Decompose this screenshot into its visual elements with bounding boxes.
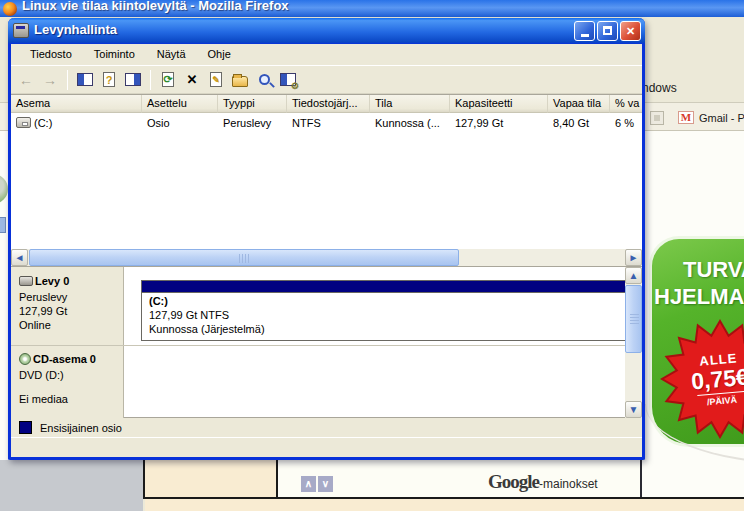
page-logo-fragment — [0, 174, 8, 204]
row-tiedostojarjestelma: NTFS — [292, 117, 321, 132]
row-vapaa-tila: 8,40 Gt — [553, 117, 589, 132]
forward-icon[interactable]: → — [41, 71, 59, 89]
vertical-scroll-thumb[interactable] — [625, 285, 642, 353]
screen: Linux vie tilaa kiintolevyltä - Mozilla … — [0, 0, 744, 511]
partition-status: Kunnossa (Järjestelmä) — [149, 322, 629, 336]
partition-c[interactable]: (C:) 127,99 Gt NTFS Kunnossa (Järjestelm… — [141, 280, 630, 341]
open-folder-icon[interactable] — [231, 71, 249, 89]
page-table-next-row — [145, 499, 744, 511]
disk-icon — [19, 276, 33, 286]
partition-name: (C:) — [149, 294, 629, 308]
toolbar-separator — [150, 70, 151, 90]
legend-label: Ensisijainen osio — [40, 422, 122, 434]
google-ads-attribution[interactable]: Google-mainokset — [488, 471, 598, 493]
menu-ohje[interactable]: Ohje — [197, 46, 242, 63]
google-wordmark: Google — [488, 471, 539, 492]
gmail-favicon: M — [678, 111, 694, 124]
disk0-type: Peruslevy — [19, 291, 67, 303]
column-header-tila[interactable]: Tila — [370, 95, 450, 113]
column-header-vapaa-tila[interactable]: Vapaa tila — [548, 95, 610, 113]
tab-gmail[interactable]: Gmail - Po — [699, 112, 744, 124]
legend-bar: Ensisijainen osio — [11, 417, 642, 437]
row-asettelu: Osio — [147, 117, 170, 132]
column-header-tiedostojarjestelma[interactable]: Tiedostojärj... — [287, 95, 370, 113]
primary-partition-color-swatch — [19, 421, 32, 434]
manage-icon[interactable]: ⚙ — [279, 71, 297, 89]
maximize-icon — [603, 26, 612, 35]
row-tyyppi: Peruslevy — [223, 117, 271, 132]
drive-icon — [16, 117, 31, 128]
scroll-down-icon[interactable]: ▼ — [625, 401, 642, 418]
ad-text-line1: TURVA — [683, 257, 744, 283]
ad-next-button[interactable]: ∨ — [318, 476, 333, 492]
menu-bar: Tiedosto Toiminto Näytä Ohje — [11, 44, 642, 65]
cd-icon — [19, 353, 31, 365]
disk0-status: Online — [19, 319, 51, 331]
minimize-icon — [581, 34, 589, 37]
disk-management-icon — [13, 23, 29, 38]
row-tila: Kunnossa (... — [375, 117, 440, 132]
show-console-tree-icon[interactable] — [76, 71, 94, 89]
page-bottom-gray-area — [0, 460, 143, 511]
ad-text-line2: HJELMA — [654, 284, 744, 310]
disk0-header: Levy 0 — [19, 275, 69, 287]
window-titlebar[interactable]: Levynhallinta ✕ — [8, 18, 645, 44]
close-button[interactable]: ✕ — [620, 21, 641, 41]
page-table-border — [640, 458, 642, 498]
menu-nayta[interactable]: Näytä — [146, 46, 197, 63]
properties-help-icon[interactable]: ? — [100, 71, 118, 89]
column-header-asettelu[interactable]: Asettelu — [142, 95, 218, 113]
refresh-icon[interactable]: ⟳ — [159, 71, 177, 89]
row-separator — [11, 345, 625, 346]
tab-placeholder-icon[interactable] — [650, 111, 664, 125]
window-title: Levynhallinta — [34, 22, 117, 37]
disk0-size: 127,99 Gt — [19, 305, 67, 317]
cd0-status: Ei mediaa — [19, 393, 68, 405]
delete-icon[interactable]: ✕ — [183, 71, 201, 89]
cd0-type: DVD (D:) — [19, 369, 64, 381]
show-action-pane-icon[interactable] — [124, 71, 142, 89]
scroll-up-icon[interactable]: ▲ — [625, 267, 642, 284]
toolbar-separator — [67, 70, 68, 90]
partition-size: 127,99 Gt NTFS — [149, 308, 629, 322]
back-icon[interactable]: ← — [17, 71, 35, 89]
menu-toiminto[interactable]: Toiminto — [83, 46, 146, 63]
firefox-window-title: Linux vie tilaa kiintolevyltä - Mozilla … — [22, 0, 289, 17]
volume-list: Asema Asettelu Tyyppi Tiedostojärj... Ti… — [11, 94, 642, 249]
google-ads-suffix: -mainokset — [539, 477, 598, 491]
vertical-scrollbar[interactable]: ▲ ▼ — [625, 267, 642, 418]
horizontal-scrollbar[interactable]: ◄ ► — [11, 249, 642, 266]
toolbar: ← → ? ⟳ ✕ ✎ ⚙ — [11, 65, 642, 94]
graphical-view: Levy 0 Peruslevy 127,99 Gt Online (C:) 1… — [11, 266, 642, 417]
row-pct-vapaana: 6 % — [615, 117, 634, 132]
disk-management-window: Levynhallinta ✕ Tiedosto Toiminto Näytä … — [8, 18, 645, 460]
column-header-tyyppi[interactable]: Tyyppi — [218, 95, 287, 113]
column-header-kapasiteetti[interactable]: Kapasiteetti — [450, 95, 548, 113]
row-asema[interactable]: (C:) — [34, 117, 52, 132]
row-kapasiteetti: 127,99 Gt — [455, 117, 503, 132]
status-bar — [11, 437, 642, 454]
properties-icon[interactable]: ✎ — [207, 71, 225, 89]
horizontal-scroll-thumb[interactable] — [29, 249, 459, 266]
partition-color-bar — [142, 281, 629, 293]
page-image-fragment — [0, 217, 6, 233]
find-icon[interactable] — [255, 71, 273, 89]
ad-badge-price: 0,75€ — [690, 365, 744, 394]
column-header-asema[interactable]: Asema — [11, 95, 142, 113]
scroll-left-icon[interactable]: ◄ — [11, 249, 28, 266]
scroll-right-icon[interactable]: ► — [625, 249, 642, 266]
page-table-cell-cream — [143, 458, 278, 498]
menu-tiedosto[interactable]: Tiedosto — [19, 46, 83, 63]
ad-prev-button[interactable]: ∧ — [301, 476, 316, 492]
column-header-pct-vapaana[interactable]: % va — [610, 95, 642, 113]
maximize-button[interactable] — [597, 21, 618, 41]
minimize-button[interactable] — [574, 21, 595, 41]
firefox-logo-icon — [3, 2, 17, 16]
firefox-titlebar: Linux vie tilaa kiintolevyltä - Mozilla … — [0, 0, 744, 17]
cd0-header: CD-asema 0 — [19, 353, 96, 365]
